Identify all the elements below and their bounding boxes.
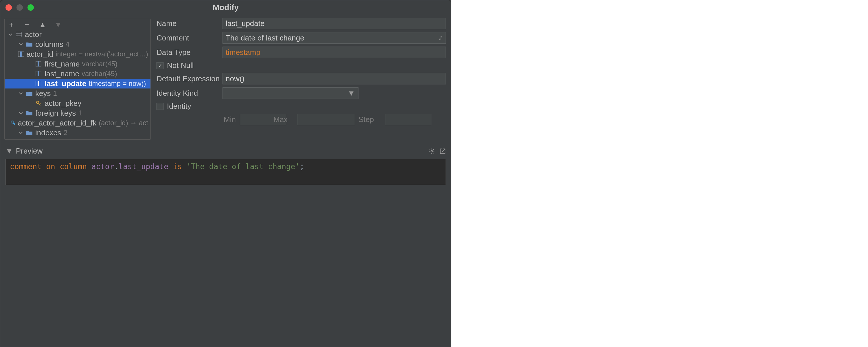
svg-point-14 [11,121,13,123]
move-down-button[interactable]: ▼ [55,22,61,28]
chevron-down-icon [18,42,24,46]
primary-key-icon [35,101,42,106]
tree-node-label: columns [35,40,63,48]
tree-node-count: 2 [64,129,67,136]
chevron-down-icon[interactable]: ▼ [5,147,13,156]
preview-header: ▼ Preview [0,144,451,157]
not-null-checkbox[interactable] [157,62,163,69]
tree-node-label: last_update [44,80,87,87]
tree-node-table[interactable]: actor [5,30,151,39]
preview-sql[interactable]: comment on column actor.last_update is '… [5,159,446,185]
sql-token: last_update [119,162,168,171]
blank-area [452,0,868,347]
tree-node-column-selected[interactable]: last_update timestamp = now() [5,78,151,89]
tree-node-type: integer = nextval('actor_act…) [56,51,148,58]
tree-node-keys[interactable]: keys 1 [5,89,151,98]
folder-icon [26,42,33,46]
sql-token: column [60,162,87,171]
titlebar: Modify [0,0,451,15]
column-icon [18,52,24,57]
foreign-key-icon [10,120,16,126]
step-input[interactable] [385,114,431,125]
identity-checkbox[interactable] [157,103,163,110]
identity-kind-select[interactable] [222,87,359,99]
tree-node-label: actor_actor_actor_id_fk [18,119,97,127]
sql-token: ; [300,162,304,171]
tree-node-column[interactable]: last_name varchar(45) [5,69,151,78]
tree-node-label: indexes [35,129,61,136]
svg-rect-0 [16,32,22,37]
tree-node-label: last_name [44,70,79,77]
svg-point-15 [431,150,433,152]
remove-button[interactable]: − [24,22,30,28]
folder-icon [26,91,33,96]
modify-dialog: Modify + − ▲ ▼ [0,0,452,347]
comment-label: Comment [157,34,220,42]
tree-node-type: timestamp = now() [89,80,146,87]
min-label: Min [224,115,236,124]
chevron-down-icon [18,91,24,95]
datatype-label: Data Type [157,48,220,57]
default-expression-label: Default Expression [157,74,220,83]
tree-toolbar: + − ▲ ▼ [5,19,151,30]
sql-token: on [46,162,55,171]
tree-node-label: foreign keys [35,109,76,117]
identity-kind-label: Identity Kind [157,89,220,98]
tree-node-key[interactable]: actor_pkey [5,98,151,108]
sql-token: comment [10,162,42,171]
tree-node-label: actor_id [26,50,53,58]
tree-node-label: actor_pkey [44,99,81,107]
tree-node-count: 1 [53,90,57,97]
column-icon [35,81,42,86]
tree-node-label: keys [35,90,51,97]
structure-tree[interactable]: + − ▲ ▼ [4,19,151,140]
max-input[interactable] [297,114,355,125]
max-label: Max [273,115,294,124]
tree-node-type: varchar(45) [82,70,117,77]
identity-label: Identity [167,102,191,111]
column-icon [35,71,42,76]
tree-node-column[interactable]: actor_id integer = nextval('actor_act…) [5,49,151,59]
svg-rect-8 [38,61,39,66]
preview-label[interactable]: Preview [16,147,42,156]
comment-input[interactable] [222,32,446,44]
gear-icon[interactable] [429,148,435,154]
table-icon [15,32,23,37]
column-icon [35,61,42,66]
not-null-label: Not Null [167,61,193,70]
chevron-down-icon [18,131,24,135]
sql-token: is [173,162,182,171]
tree-node-column[interactable]: first_name varchar(45) [5,59,151,69]
chevron-down-icon [7,32,13,36]
tree-node-count: 1 [78,109,82,117]
svg-rect-12 [38,81,39,86]
window-title: Modify [0,3,451,12]
sql-token: actor [91,162,114,171]
sql-token: 'The date of last change' [187,162,300,171]
default-expression-input[interactable] [222,73,446,85]
tree-node-indexes[interactable]: indexes 2 [5,128,151,138]
folder-icon [26,111,33,115]
name-label: Name [157,19,220,28]
add-button[interactable]: + [8,22,14,28]
chevron-down-icon [18,111,24,115]
step-label: Step [359,115,382,124]
tree-node-detail: (actor_id) → act [99,119,148,126]
tree-node-foreign-keys[interactable]: foreign keys 1 [5,108,151,118]
open-external-icon[interactable] [439,148,446,154]
tree-node-type: varchar(45) [82,60,118,67]
move-up-button[interactable]: ▲ [39,22,46,28]
tree-node-foreign-key[interactable]: actor_actor_actor_id_fk (actor_id) → act [5,118,151,128]
svg-rect-6 [20,52,22,57]
expand-icon[interactable]: ⤢ [438,34,443,41]
tree-node-columns[interactable]: columns 4 [5,39,151,49]
tree-node-label: actor [25,31,42,38]
tree-node-label: first_name [44,60,80,68]
folder-icon [26,130,33,135]
svg-point-13 [36,101,39,103]
datatype-input[interactable] [222,46,446,58]
svg-rect-10 [38,71,39,76]
sql-token: . [114,162,119,171]
name-input[interactable] [222,18,446,29]
tree-node-count: 4 [66,41,69,48]
